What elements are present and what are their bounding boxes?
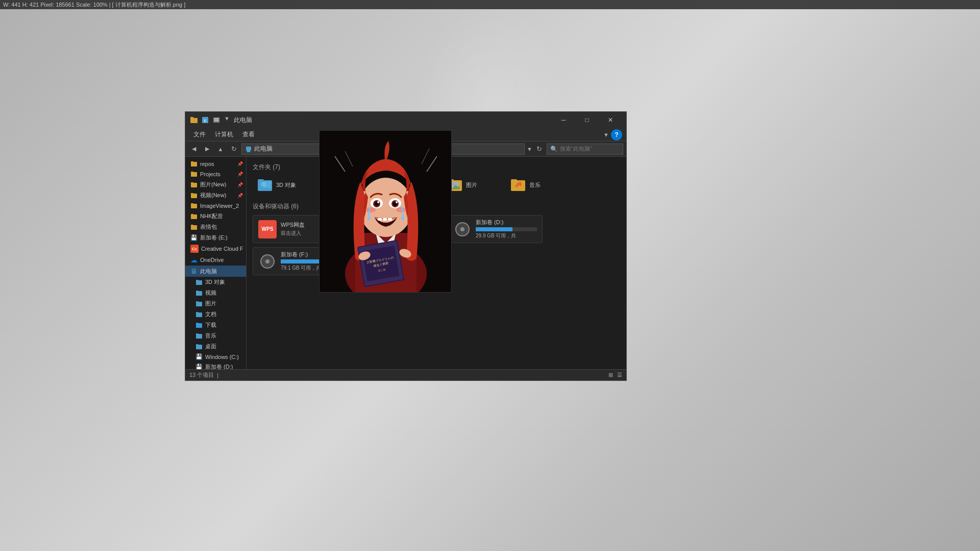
svg-rect-0 [190, 118, 198, 123]
view-icon-list[interactable]: ☰ [617, 372, 622, 378]
svg-point-79 [359, 178, 412, 237]
sidebar-label: 音乐 [205, 332, 216, 340]
menu-file[interactable]: 文件 [189, 129, 210, 140]
wps-drive-sublabel: 双击进入 [281, 230, 305, 237]
menu-view[interactable]: 查看 [238, 129, 259, 140]
search-placeholder: 搜索"此电脑" [560, 145, 592, 153]
svg-point-89 [396, 207, 406, 212]
sidebar-item-music[interactable]: 音乐 [185, 330, 246, 341]
anime-overlay: 計算機プログラムの 構造と解釈 第二版 [319, 130, 452, 293]
sidebar-item-emojis[interactable]: 表情包 [185, 222, 246, 232]
disk-drive-icon-f [258, 252, 277, 271]
svg-rect-31 [196, 312, 199, 314]
search-box[interactable]: 🔍 搜索"此电脑" [547, 143, 623, 155]
help-button[interactable]: ? [611, 129, 622, 140]
svg-rect-15 [191, 182, 193, 184]
svg-rect-29 [196, 301, 199, 303]
sidebar-label: 图片 [205, 300, 216, 307]
forward-button[interactable]: ▶ [202, 143, 213, 155]
svg-point-94 [401, 217, 404, 220]
refresh-button[interactable]: ↻ [228, 143, 239, 155]
drive-icon: 💾 [190, 234, 198, 241]
sidebar-item-imageviewer[interactable]: ImageViewer_2 [185, 201, 246, 211]
svg-point-56 [453, 183, 455, 185]
folder-icon [190, 192, 198, 199]
sidebar-item-downloads[interactable]: 下载 [185, 320, 246, 330]
sidebar-item-drive-e[interactable]: 💾 新加卷 (E:) [185, 232, 246, 243]
up-button[interactable]: ▲ [215, 143, 226, 155]
title-bar-app-icons: E ▼ [189, 115, 230, 125]
sidebar-item-projects[interactable]: Projects 📌 [185, 169, 246, 179]
back-button[interactable]: ◀ [188, 143, 200, 155]
sidebar-item-videos[interactable]: 视频 [185, 288, 246, 298]
folder-icon [190, 224, 198, 231]
search-icon: 🔍 [550, 146, 558, 153]
onedrive-icon: ☁ [190, 256, 198, 264]
folder-item-pictures[interactable]: 图片 [443, 176, 504, 194]
pin-icon: 📌 [237, 161, 243, 166]
pc-address-icon [245, 146, 252, 153]
svg-rect-59 [511, 179, 517, 182]
sidebar-label: repos [200, 161, 214, 167]
minimize-button[interactable]: ─ [552, 112, 575, 128]
sidebar-item-this-pc[interactable]: 🖥 此电脑 [185, 266, 246, 277]
svg-rect-37 [196, 344, 199, 346]
folder-item-3d-objects[interactable]: 3D 对象 [253, 176, 314, 194]
sidebar-item-3d-objects[interactable]: 3D 对象 [185, 277, 246, 288]
sidebar-item-creative-cloud[interactable]: Cc Creative Cloud F [185, 243, 246, 254]
app-icon-folder [189, 115, 199, 125]
folder-label: 音乐 [529, 181, 541, 189]
sidebar-label: 桌面 [205, 343, 216, 350]
drive-d-bar-container [476, 227, 537, 231]
top-status-bar: W: 441 H: 421 Pixel: 185661 Scale: 100% … [0, 0, 980, 9]
wps-icon: WPS [258, 220, 277, 238]
svg-rect-91 [383, 218, 387, 221]
app-icon-3 [212, 115, 221, 125]
status-bar: 13 个项目 | ⊞ ☰ [185, 369, 626, 380]
folder-label: 3D 对象 [276, 181, 296, 189]
sidebar-item-repos[interactable]: repos 📌 [185, 159, 246, 169]
sidebar-item-documents[interactable]: 文档 [185, 309, 246, 320]
sidebar-item-drive-d[interactable]: 💾 新加卷 (D:) [185, 362, 246, 369]
svg-point-61 [520, 184, 522, 186]
folder-item-music[interactable]: 音乐 [506, 176, 567, 194]
sidebar-label: OneDrive [200, 257, 224, 263]
sidebar-item-videos-new[interactable]: 视频(New) 📌 [185, 190, 246, 201]
folder-label: 图片 [466, 181, 477, 189]
view-icon-large[interactable]: ⊞ [608, 372, 613, 378]
folder-icon [190, 171, 198, 178]
close-button[interactable]: ✕ [599, 112, 622, 128]
address-refresh-btn[interactable]: ↻ [533, 143, 545, 155]
status-bar-right: ⊞ ☰ [608, 372, 622, 378]
svg-point-88 [365, 207, 376, 212]
svg-point-93 [368, 217, 371, 220]
svg-rect-23 [191, 225, 193, 226]
folder-icon [190, 213, 198, 220]
folder-icon-blue [195, 279, 203, 286]
sidebar: repos 📌 Projects 📌 图片(New) 📌 视频(New) 📌 [185, 157, 247, 369]
svg-rect-9 [247, 152, 251, 152]
svg-rect-33 [196, 323, 199, 324]
address-refresh-group: ▼ ↻ [527, 143, 545, 155]
pc-icon: 🖥 [190, 267, 198, 275]
menu-computer[interactable]: 计算机 [211, 129, 237, 140]
sidebar-item-pictures[interactable]: 图片 [185, 298, 246, 309]
svg-rect-19 [191, 203, 193, 205]
wps-label: WPS [262, 226, 274, 232]
maximize-button[interactable]: □ [575, 112, 599, 128]
sidebar-item-desktop[interactable]: 桌面 [185, 341, 246, 352]
svg-rect-27 [196, 291, 199, 292]
expand-ribbon-btn[interactable]: ▼ [603, 132, 609, 138]
sidebar-item-onedrive[interactable]: ☁ OneDrive [185, 254, 246, 266]
address-dropdown-btn[interactable]: ▼ [527, 146, 532, 152]
sidebar-item-windows-c[interactable]: 💾 Windows (C:) [185, 352, 246, 362]
svg-point-74 [265, 259, 270, 263]
sidebar-item-nhk[interactable]: NHK配音 [185, 211, 246, 222]
sidebar-item-pictures-new[interactable]: 图片(New) 📌 [185, 179, 246, 190]
drive-item-d[interactable]: 新加卷 (D:) 29.9 GB 可用，共 [448, 215, 543, 243]
folder-icon [190, 202, 198, 209]
folder-icon-download [195, 322, 203, 329]
svg-rect-1 [190, 117, 193, 118]
wps-drive-name: WPS网盘 [281, 221, 305, 229]
sidebar-label: 3D 对象 [205, 278, 225, 286]
